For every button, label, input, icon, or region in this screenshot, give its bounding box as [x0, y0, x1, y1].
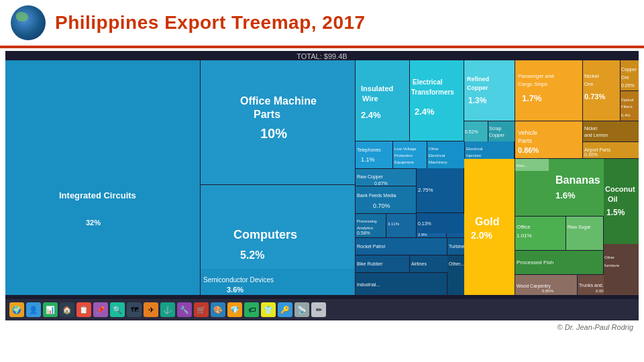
label-nickel-ore2: Ore — [584, 81, 594, 87]
label-trunks: Trunks and... — [579, 283, 606, 288]
label-nickel-copper: 0.52% — [465, 129, 478, 134]
toolbar-icon-9[interactable]: ✈ — [144, 302, 158, 317]
toolbar-icon-2[interactable]: 👤 — [26, 302, 41, 317]
toolbar-icon-3[interactable]: 📊 — [43, 302, 58, 317]
label-coconut-oil2: Oil — [608, 195, 618, 203]
label-office: Office — [517, 224, 531, 230]
header: Philippines Export Treemap, 2017 — [0, 0, 644, 46]
cell-telephones[interactable] — [356, 141, 392, 168]
label-bike-rubber: Bike Rubber — [357, 261, 383, 266]
toolbar-icon-12[interactable]: 🛒 — [194, 302, 209, 317]
pct-office-machine: 10% — [260, 126, 287, 141]
cell-raw-sugar[interactable] — [566, 217, 603, 250]
label-processing: Processing — [357, 219, 377, 223]
label-telephones: Telephones — [357, 147, 381, 153]
cell-bank-feeds[interactable] — [356, 186, 416, 213]
label-elec-injection2: Injection — [466, 154, 481, 158]
pct-office: 1.01% — [517, 233, 532, 239]
label-raw-copper: Raw Copper — [357, 174, 384, 180]
pct-bananas: 1.6% — [555, 190, 576, 200]
toolbar-icon-4[interactable]: 🏠 — [60, 302, 74, 317]
label-bananas: Bananas — [555, 174, 600, 186]
cell-scrap-copper[interactable] — [488, 121, 515, 141]
label-other-furniture: Other — [604, 255, 614, 259]
globe-icon — [11, 5, 46, 40]
pct-computers: 5.2% — [240, 249, 264, 261]
label-processing2: Analytics — [357, 226, 373, 230]
toolbar-icon-15[interactable]: 🏷 — [244, 302, 259, 317]
label-wood-carpentry: Wood Carpentry — [517, 284, 551, 289]
toolbar-icon-10[interactable]: ⚓ — [160, 302, 175, 317]
pct-nickel-ore: 0.73% — [584, 93, 605, 101]
label-small1: 3.11% — [388, 222, 400, 226]
pct-coconut-oil: 1.5% — [606, 208, 625, 217]
label-scrap-copper: Scrap — [489, 126, 501, 131]
pct-processing: 0.58% — [357, 231, 370, 235]
toolbar-icon-14[interactable]: 💎 — [227, 302, 242, 317]
pct-raw-copper: 0.67% — [374, 181, 388, 186]
toolbar-icon-7[interactable]: 🔍 — [110, 302, 125, 317]
pct-integrated-circuits: 32% — [86, 219, 101, 227]
label-raw-sugar: Raw Sugar — [568, 225, 591, 230]
label-kiwi: Kiwi... — [517, 164, 527, 168]
cell-coconut-oil[interactable] — [604, 159, 639, 248]
toolbar-icon-8[interactable]: 🗺 — [127, 302, 142, 317]
cell-elec-transformers[interactable] — [410, 60, 464, 141]
label-other: Other... — [449, 261, 464, 266]
toolbar-icon-13[interactable]: 🎨 — [211, 302, 225, 317]
label-other-elec: Other — [429, 147, 439, 151]
pct-airport-parts: 0.30% — [584, 152, 598, 157]
title-underline — [0, 46, 644, 48]
label-bank-feeds: Bank Feeds Media — [357, 193, 396, 198]
label-processed-fish: Processed Fish — [517, 259, 553, 265]
footer: © Dr. Jean-Paul Rodrig — [0, 320, 644, 334]
label-other-furniture2: furniture — [604, 263, 620, 267]
label-vehicle-parts: Vehicle — [518, 129, 537, 136]
label-office-machine: Office Machine — [240, 95, 317, 107]
cell-integrated-circuits[interactable] — [5, 60, 200, 295]
label-gold: Gold — [475, 216, 499, 227]
toolbar-icon-6[interactable]: 📌 — [93, 302, 108, 317]
cell-office-machine[interactable] — [201, 60, 355, 184]
toolbar-icon-19[interactable]: ✏ — [311, 302, 326, 317]
label-low-voltage2: Protection — [394, 154, 413, 158]
cell-cargo-ships[interactable] — [515, 60, 582, 121]
label-integrated-circuits: Integrated Circuits — [59, 190, 136, 200]
label-computers: Computers — [233, 228, 297, 241]
treemap-svg: Integrated Circuits 32% Office Machine P… — [5, 51, 639, 299]
pct-vehicle-parts: 0.86% — [518, 146, 539, 154]
pct-semiconductor: 3.6% — [227, 286, 244, 294]
toolbar-icon-11[interactable]: 🔧 — [177, 302, 192, 317]
label-optical-fibers2: Fibers — [621, 105, 633, 109]
label-other-elec2: Electrical — [429, 154, 445, 158]
label-low-voltage3: Equipment — [394, 160, 414, 164]
pct-bank-feeds: 0.70% — [373, 202, 390, 209]
cell-nickel-ore[interactable] — [583, 60, 620, 121]
label-items2: 2.75% — [418, 187, 433, 193]
pct-telephones: 1.1% — [361, 156, 375, 163]
toolbar-icon-16[interactable]: 👕 — [261, 302, 276, 317]
label-cargo-ships: Passenger and — [518, 73, 554, 79]
pct-optical-fibers: 0.4% — [621, 113, 631, 117]
toolbar-icon-5[interactable]: 📋 — [76, 302, 91, 317]
label-optical-fibers: Optical — [621, 98, 634, 102]
label-low-voltage: Low Voltage — [394, 147, 417, 151]
page-title: Philippines Export Treemap, 2017 — [55, 12, 366, 34]
treemap-total: TOTAL: $99.4B — [297, 52, 347, 60]
label-insulated-wire2: Wire — [362, 95, 378, 103]
cell-other-furniture[interactable] — [604, 244, 639, 294]
label-vehicle-parts2: Parts — [518, 137, 533, 144]
cell-nickel-lemon[interactable] — [583, 121, 639, 141]
label-other-elec3: Machinery — [429, 160, 447, 164]
toolbar-icon-1[interactable]: 🌍 — [9, 302, 24, 317]
pct-wood-carpentry: 0.80% — [542, 289, 554, 293]
label-coconut-oil: Coconut — [605, 185, 635, 193]
label-industrial: Industrial... — [357, 282, 380, 287]
toolbar-icon-18[interactable]: 📡 — [294, 302, 309, 317]
toolbar-icon-17[interactable]: 🔑 — [278, 302, 292, 317]
label-rocket: Rocket Patrol — [357, 244, 385, 249]
label-elec-transformers: Electrical — [413, 78, 443, 86]
label-airlines: Airlines — [411, 261, 427, 266]
pct-elec-transformers: 2.4% — [415, 107, 435, 117]
pct-refined-copper: 1.3% — [468, 96, 487, 105]
